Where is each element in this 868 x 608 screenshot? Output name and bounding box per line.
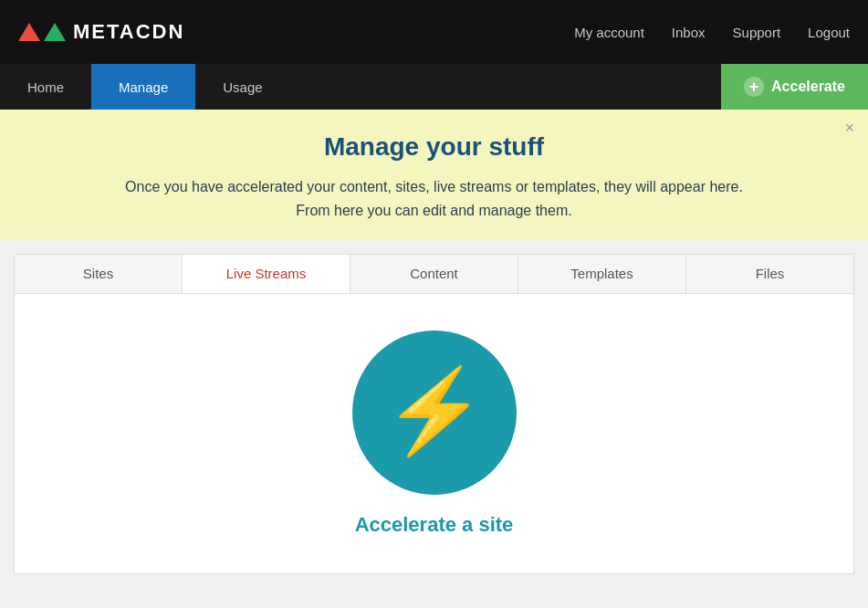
- logo-area: METACDN: [18, 20, 184, 44]
- my-account-link[interactable]: My account: [574, 25, 644, 40]
- lightning-circle: ⚡: [352, 330, 517, 495]
- tab-live-streams[interactable]: Live Streams: [183, 255, 350, 293]
- banner-description: Once you have accelerated your content, …: [115, 175, 754, 222]
- nav-manage[interactable]: Manage: [91, 64, 195, 110]
- accelerate-button[interactable]: + Accelerate: [721, 64, 868, 110]
- logo-triangle-red: [18, 23, 40, 41]
- tab-content[interactable]: Content: [350, 255, 518, 293]
- main-content: Sites Live Streams Content Templates Fil…: [14, 254, 854, 574]
- header-nav: My account Inbox Support Logout: [574, 25, 850, 40]
- nav-bar: Home Manage Usage + Accelerate: [0, 64, 868, 110]
- support-link[interactable]: Support: [733, 25, 781, 40]
- logo-icon: [18, 23, 66, 41]
- content-area: ⚡ Accelerate a site: [15, 294, 853, 573]
- accelerate-site-text: Accelerate a site: [355, 513, 514, 537]
- nav-spacer: [290, 64, 721, 110]
- tab-files[interactable]: Files: [686, 255, 853, 293]
- lightning-bolt-icon: ⚡: [383, 370, 486, 452]
- banner-close-button[interactable]: ×: [844, 119, 854, 138]
- nav-home[interactable]: Home: [0, 64, 91, 110]
- accelerate-plus-icon: +: [744, 77, 764, 97]
- logo-text: METACDN: [73, 20, 184, 44]
- banner: Manage your stuff Once you have accelera…: [0, 110, 868, 240]
- header: METACDN My account Inbox Support Logout: [0, 0, 868, 64]
- inbox-link[interactable]: Inbox: [672, 25, 706, 40]
- tab-templates[interactable]: Templates: [518, 255, 686, 293]
- nav-usage[interactable]: Usage: [195, 64, 289, 110]
- tabs-container: Sites Live Streams Content Templates Fil…: [15, 255, 853, 294]
- accelerate-label: Accelerate: [771, 79, 845, 95]
- logo-triangle-green: [44, 23, 66, 41]
- banner-title: Manage your stuff: [37, 132, 831, 162]
- tab-sites[interactable]: Sites: [15, 255, 183, 293]
- logout-link[interactable]: Logout: [808, 25, 850, 40]
